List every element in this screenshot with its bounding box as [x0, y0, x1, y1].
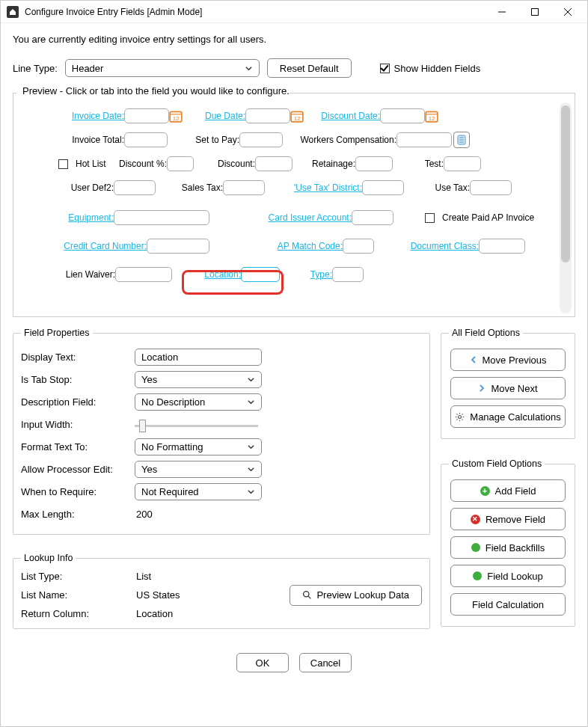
checkbox-icon [380, 64, 390, 73]
svg-line-25 [462, 419, 463, 420]
scrollbar-thumb[interactable] [561, 105, 570, 263]
cc-number-input[interactable] [147, 239, 209, 254]
card-issuer-input[interactable] [352, 210, 393, 225]
minimize-button[interactable] [486, 1, 518, 22]
chevron-right-icon [478, 384, 486, 392]
invoice-total-input[interactable] [124, 132, 168, 147]
calendar-icon[interactable]: 12 [169, 109, 183, 123]
show-hidden-checkbox[interactable]: Show Hidden Fields [380, 63, 481, 74]
hot-list-checkbox[interactable] [58, 159, 68, 169]
max-length-value: 200 [135, 509, 153, 520]
use-tax-district-input[interactable] [362, 180, 404, 195]
description-field-select[interactable]: No Description [135, 393, 262, 411]
use-tax-district-label[interactable]: 'Use Tax' District: [287, 182, 362, 193]
remove-field-button[interactable]: Remove Field [450, 508, 566, 530]
all-field-options-fieldset: All Field Options Move Previous Move Nex… [441, 328, 575, 439]
type-label[interactable]: Type: [308, 269, 332, 280]
dot-icon [473, 571, 482, 580]
card-issuer-label[interactable]: Card Issuer Account: [268, 212, 352, 223]
doc-class-input[interactable] [479, 239, 525, 254]
slider-thumb[interactable] [139, 420, 146, 432]
window-title: Configure Invoice Entry Fields [Admin Mo… [25, 7, 486, 17]
equipment-input[interactable] [114, 210, 209, 225]
move-previous-button[interactable]: Move Previous [450, 349, 566, 371]
cc-number-label[interactable]: Credit Card Number: [28, 241, 147, 251]
equipment-label[interactable]: Equipment: [28, 212, 114, 223]
invoice-total-label: Invoice Total: [28, 135, 124, 145]
lien-waiver-input[interactable] [115, 267, 172, 282]
field-calculation-button[interactable]: Field Calculation [450, 593, 566, 616]
format-text-label: Format Text To: [21, 441, 135, 453]
discount-pct-input[interactable] [167, 156, 194, 171]
when-require-select[interactable]: Not Required [135, 483, 262, 500]
chevron-down-icon [247, 443, 255, 451]
plus-icon: + [480, 486, 490, 496]
manage-calculations-button[interactable]: Manage Calculations [450, 405, 566, 428]
field-lookup-button[interactable]: Field Lookup [450, 565, 566, 587]
use-tax-input[interactable] [470, 180, 512, 195]
invoice-date-input[interactable] [124, 108, 169, 123]
cancel-button[interactable]: Cancel [299, 653, 352, 672]
display-text-input[interactable]: Location [135, 349, 262, 366]
svg-point-17 [304, 592, 309, 597]
field-backfills-button[interactable]: Field Backfills [450, 536, 566, 559]
type-input[interactable] [332, 267, 364, 282]
preview-scrollbar[interactable] [560, 102, 572, 313]
input-width-slider[interactable] [135, 425, 258, 427]
workers-comp-input[interactable] [396, 132, 452, 147]
discount-input[interactable] [255, 156, 293, 171]
ap-match-input[interactable] [343, 239, 374, 254]
calendar-icon[interactable]: 12 [290, 109, 304, 123]
svg-line-27 [462, 414, 463, 414]
dot-icon [471, 543, 480, 552]
list-name-value: US States [135, 589, 180, 601]
due-date-input[interactable] [245, 108, 290, 123]
search-icon [302, 590, 312, 600]
chevron-down-icon [247, 398, 255, 406]
ok-button[interactable]: OK [236, 653, 289, 672]
app-icon [7, 6, 19, 18]
svg-text:12: 12 [173, 115, 180, 122]
preview-fieldset: Preview - Click or tab into the field yo… [13, 93, 575, 317]
allow-proc-select[interactable]: Yes [135, 461, 262, 478]
close-button[interactable] [551, 1, 584, 22]
chevron-left-icon [470, 356, 477, 364]
chevron-down-icon [245, 64, 253, 73]
list-type-label: List Type: [21, 571, 135, 582]
svg-text:12: 12 [294, 115, 301, 122]
discount-date-input[interactable] [380, 108, 425, 123]
custom-field-options-legend: Custom Field Options [449, 458, 545, 469]
custom-field-options-fieldset: Custom Field Options + Add Field Remove … [441, 458, 575, 627]
line-type-select[interactable]: Header [65, 59, 260, 77]
preview-lookup-button[interactable]: Preview Lookup Data [290, 585, 422, 606]
set-to-pay-label: Set to Pay: [195, 135, 239, 145]
is-tab-stop-select[interactable]: Yes [135, 371, 262, 388]
format-text-select[interactable]: No Formatting [135, 438, 262, 455]
lien-waiver-label: Lien Waiver: [28, 269, 115, 280]
calendar-icon[interactable]: 12 [425, 109, 438, 123]
move-next-button[interactable]: Move Next [450, 377, 566, 399]
add-field-button[interactable]: + Add Field [450, 479, 566, 502]
chevron-down-icon [247, 488, 255, 496]
create-paid-checkbox[interactable] [425, 213, 435, 223]
set-to-pay-input[interactable] [239, 132, 283, 147]
discount-date-label[interactable]: Discount Date: [320, 111, 380, 121]
hot-list-label: Hot List [76, 159, 108, 169]
when-require-label: When to Require: [21, 486, 135, 497]
reset-default-button[interactable]: Reset Default [267, 58, 352, 78]
test-label: Test: [423, 159, 444, 169]
document-icon[interactable] [453, 132, 470, 148]
doc-class-label[interactable]: Document Class: [410, 241, 479, 251]
sales-tax-input[interactable] [223, 180, 265, 195]
test-input[interactable] [444, 156, 481, 171]
sales-tax-label: Sales Tax: [181, 182, 223, 193]
ap-match-label[interactable]: AP Match Code: [277, 241, 343, 251]
maximize-button[interactable] [518, 1, 551, 22]
list-type-value: List [135, 571, 151, 582]
retainage-input[interactable] [355, 156, 393, 171]
due-date-label[interactable]: Due Date: [203, 111, 245, 121]
user-def2-input[interactable] [114, 180, 156, 195]
invoice-date-label[interactable]: Invoice Date: [28, 111, 124, 121]
svg-rect-1 [532, 8, 539, 15]
description-field-label: Description Field: [21, 396, 135, 408]
